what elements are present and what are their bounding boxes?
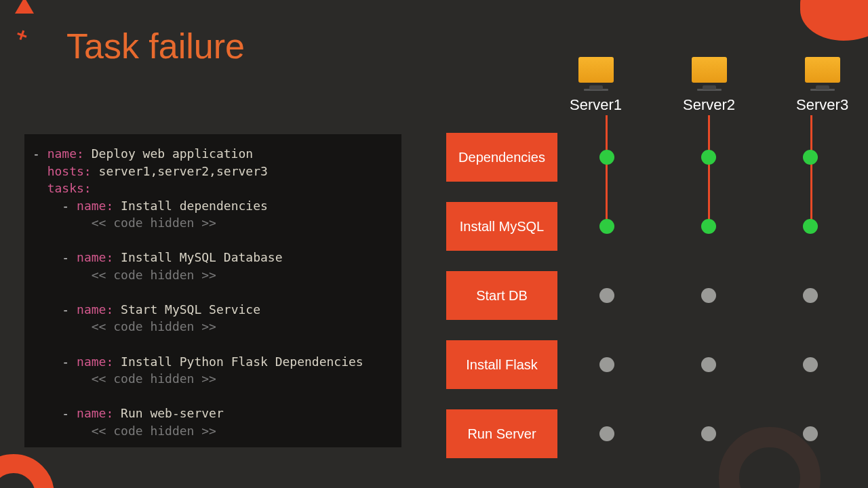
status-dot — [701, 219, 716, 234]
status-dot — [599, 219, 614, 234]
status-dot — [803, 150, 818, 165]
status-dot — [803, 219, 818, 234]
server-label: Server1 — [570, 96, 622, 114]
server-icon — [578, 57, 614, 83]
server-header-row: Server1 Server2 Server3 — [570, 57, 848, 114]
server-1: Server1 — [570, 57, 622, 114]
task-label: Install MySQL — [446, 202, 557, 251]
status-dot — [599, 288, 614, 303]
deco-triangle-icon — [15, 0, 34, 14]
task-status-grid: Dependencies Install MySQL Start DB Inst… — [446, 133, 818, 479]
status-dot — [803, 357, 818, 372]
status-dot — [599, 426, 614, 441]
server-label: Server2 — [683, 96, 735, 114]
task-row-start-db: Start DB — [446, 271, 818, 320]
server-3: Server3 — [796, 57, 848, 114]
status-dot — [803, 426, 818, 441]
status-dot — [599, 150, 614, 165]
deco-blob-icon — [800, 0, 868, 41]
server-2: Server2 — [683, 57, 735, 114]
task-label: Start DB — [446, 271, 557, 320]
deco-plus-icon: + — [13, 23, 31, 47]
server-icon — [805, 57, 840, 83]
status-dot — [803, 288, 818, 303]
status-dot — [701, 150, 716, 165]
task-label: Dependencies — [446, 133, 557, 182]
task-row-install-flask: Install Flask — [446, 340, 818, 389]
status-dot — [701, 426, 716, 441]
server-icon — [692, 57, 727, 83]
task-label: Run Server — [446, 409, 557, 458]
deco-ring-orange-icon — [0, 454, 54, 488]
status-dot — [701, 288, 716, 303]
server-label: Server3 — [796, 96, 848, 114]
task-row-run-server: Run Server — [446, 409, 818, 458]
slide-title: Task failure — [66, 26, 245, 66]
task-row-install-mysql: Install MySQL — [446, 202, 818, 251]
playbook-code: - name: Deploy web application hosts: se… — [24, 134, 401, 447]
task-row-dependencies: Dependencies — [446, 133, 818, 182]
task-label: Install Flask — [446, 340, 557, 389]
status-dot — [701, 357, 716, 372]
status-dot — [599, 357, 614, 372]
